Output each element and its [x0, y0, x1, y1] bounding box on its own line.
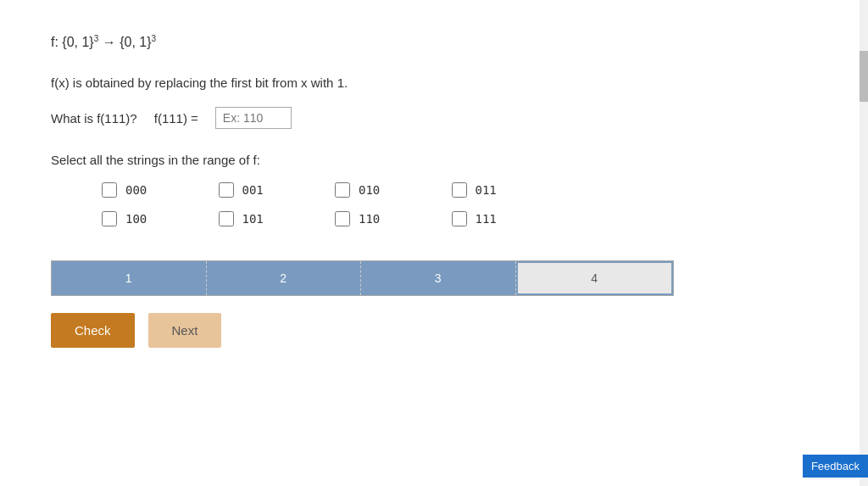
checkbox-110[interactable]: 110: [335, 211, 443, 226]
progress-bar: 1 2 3 4: [51, 260, 674, 296]
checkbox-101[interactable]: 101: [219, 211, 327, 226]
checkbox-input-001[interactable]: [219, 182, 234, 198]
progress-segment-2[interactable]: 2: [207, 261, 362, 295]
description-text: f(x) is obtained by replacing the first …: [51, 75, 712, 90]
checkboxes-grid: 000 001 010 011 100 101 110 111: [102, 182, 559, 226]
progress-label-4: 4: [591, 271, 598, 285]
checkbox-input-010[interactable]: [335, 182, 350, 198]
progress-label-1: 1: [125, 271, 132, 285]
checkbox-000[interactable]: 000: [102, 182, 210, 198]
checkbox-input-110[interactable]: [335, 211, 350, 226]
check-button[interactable]: Check: [51, 313, 135, 348]
checkbox-label-111: 111: [476, 212, 497, 226]
checkbox-111[interactable]: 111: [452, 211, 560, 226]
function-title: f: {0, 1}3 → {0, 1}3: [51, 34, 712, 50]
next-button[interactable]: Next: [148, 313, 222, 348]
progress-label-2: 2: [280, 271, 287, 285]
checkbox-input-101[interactable]: [219, 211, 234, 226]
checkbox-011[interactable]: 011: [452, 182, 560, 198]
checkbox-100[interactable]: 100: [102, 211, 210, 226]
checkbox-label-011: 011: [476, 183, 497, 197]
question-label: What is f(111)?: [51, 111, 137, 126]
checkbox-label-100: 100: [125, 212, 147, 226]
checkbox-label-101: 101: [242, 212, 264, 226]
range-label: Select all the strings in the range of f…: [51, 153, 712, 167]
progress-segment-4[interactable]: 4: [516, 261, 674, 295]
scrollbar[interactable]: [860, 0, 868, 382]
checkbox-input-011[interactable]: [452, 182, 467, 198]
checkbox-001[interactable]: 001: [219, 182, 327, 198]
checkbox-input-000[interactable]: [102, 182, 117, 198]
checkbox-input-111[interactable]: [452, 211, 467, 226]
progress-segment-1[interactable]: 1: [52, 261, 207, 295]
checkbox-input-100[interactable]: [102, 211, 117, 226]
progress-label-3: 3: [435, 271, 442, 285]
checkbox-label-001: 001: [242, 183, 264, 197]
scrollbar-thumb[interactable]: [860, 51, 868, 102]
checkbox-label-000: 000: [125, 183, 147, 197]
input-label: f(111) =: [154, 111, 198, 126]
f111-input[interactable]: [215, 107, 292, 129]
buttons-row: Check Next: [51, 313, 712, 348]
checkbox-label-110: 110: [359, 212, 380, 226]
checkbox-label-010: 010: [359, 183, 380, 197]
progress-segment-3[interactable]: 3: [361, 261, 516, 295]
checkbox-010[interactable]: 010: [335, 182, 443, 198]
